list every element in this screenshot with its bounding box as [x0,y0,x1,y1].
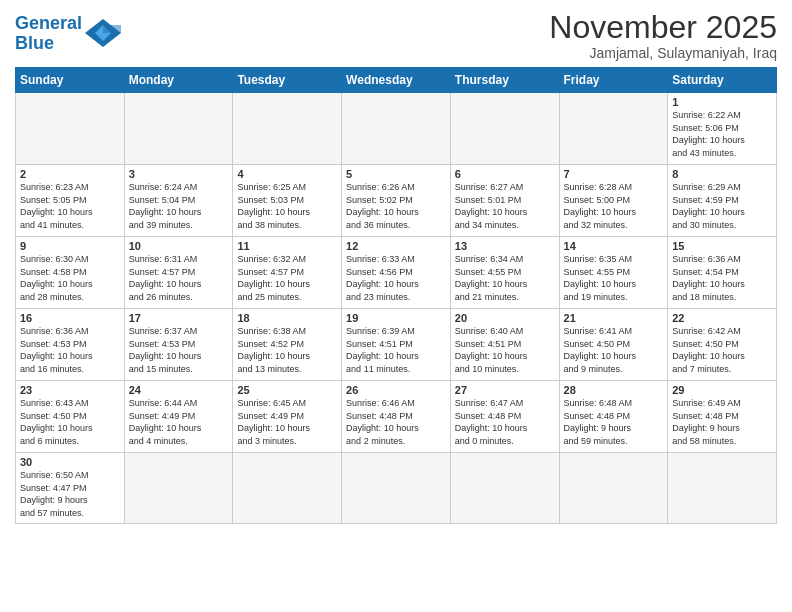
calendar-cell: 5Sunrise: 6:26 AM Sunset: 5:02 PM Daylig… [342,165,451,237]
calendar-cell: 1Sunrise: 6:22 AM Sunset: 5:06 PM Daylig… [668,93,777,165]
day-info: Sunrise: 6:31 AM Sunset: 4:57 PM Dayligh… [129,253,229,303]
calendar-week-6: 30Sunrise: 6:50 AM Sunset: 4:47 PM Dayli… [16,453,777,523]
day-number: 26 [346,384,446,396]
calendar-header-sunday: Sunday [16,68,125,93]
calendar-cell: 23Sunrise: 6:43 AM Sunset: 4:50 PM Dayli… [16,381,125,453]
calendar-week-2: 2Sunrise: 6:23 AM Sunset: 5:05 PM Daylig… [16,165,777,237]
day-number: 19 [346,312,446,324]
calendar-header-friday: Friday [559,68,668,93]
calendar-cell: 13Sunrise: 6:34 AM Sunset: 4:55 PM Dayli… [450,237,559,309]
calendar-cell [450,93,559,165]
calendar-cell [124,93,233,165]
calendar-cell: 26Sunrise: 6:46 AM Sunset: 4:48 PM Dayli… [342,381,451,453]
calendar-cell [342,453,451,523]
day-info: Sunrise: 6:47 AM Sunset: 4:48 PM Dayligh… [455,397,555,447]
calendar-cell: 6Sunrise: 6:27 AM Sunset: 5:01 PM Daylig… [450,165,559,237]
calendar-cell: 4Sunrise: 6:25 AM Sunset: 5:03 PM Daylig… [233,165,342,237]
day-number: 29 [672,384,772,396]
calendar-cell: 22Sunrise: 6:42 AM Sunset: 4:50 PM Dayli… [668,309,777,381]
calendar-header-thursday: Thursday [450,68,559,93]
day-info: Sunrise: 6:40 AM Sunset: 4:51 PM Dayligh… [455,325,555,375]
calendar-header-wednesday: Wednesday [342,68,451,93]
day-number: 15 [672,240,772,252]
day-number: 14 [564,240,664,252]
calendar-week-5: 23Sunrise: 6:43 AM Sunset: 4:50 PM Dayli… [16,381,777,453]
calendar-cell: 29Sunrise: 6:49 AM Sunset: 4:48 PM Dayli… [668,381,777,453]
day-number: 27 [455,384,555,396]
logo-blue: Blue [15,33,54,53]
day-info: Sunrise: 6:23 AM Sunset: 5:05 PM Dayligh… [20,181,120,231]
day-info: Sunrise: 6:27 AM Sunset: 5:01 PM Dayligh… [455,181,555,231]
day-number: 30 [20,456,120,468]
day-number: 4 [237,168,337,180]
calendar-cell [342,93,451,165]
day-info: Sunrise: 6:24 AM Sunset: 5:04 PM Dayligh… [129,181,229,231]
calendar-cell: 21Sunrise: 6:41 AM Sunset: 4:50 PM Dayli… [559,309,668,381]
day-info: Sunrise: 6:50 AM Sunset: 4:47 PM Dayligh… [20,469,120,519]
day-number: 25 [237,384,337,396]
day-info: Sunrise: 6:45 AM Sunset: 4:49 PM Dayligh… [237,397,337,447]
day-info: Sunrise: 6:36 AM Sunset: 4:53 PM Dayligh… [20,325,120,375]
calendar-cell: 12Sunrise: 6:33 AM Sunset: 4:56 PM Dayli… [342,237,451,309]
calendar-cell: 24Sunrise: 6:44 AM Sunset: 4:49 PM Dayli… [124,381,233,453]
calendar-cell: 30Sunrise: 6:50 AM Sunset: 4:47 PM Dayli… [16,453,125,523]
day-number: 21 [564,312,664,324]
calendar-cell [668,453,777,523]
day-number: 3 [129,168,229,180]
day-number: 17 [129,312,229,324]
day-info: Sunrise: 6:33 AM Sunset: 4:56 PM Dayligh… [346,253,446,303]
calendar-cell: 15Sunrise: 6:36 AM Sunset: 4:54 PM Dayli… [668,237,777,309]
day-info: Sunrise: 6:36 AM Sunset: 4:54 PM Dayligh… [672,253,772,303]
day-number: 9 [20,240,120,252]
day-number: 5 [346,168,446,180]
calendar-week-3: 9Sunrise: 6:30 AM Sunset: 4:58 PM Daylig… [16,237,777,309]
day-info: Sunrise: 6:25 AM Sunset: 5:03 PM Dayligh… [237,181,337,231]
calendar-cell: 27Sunrise: 6:47 AM Sunset: 4:48 PM Dayli… [450,381,559,453]
month-title: November 2025 [549,10,777,45]
day-number: 6 [455,168,555,180]
calendar-cell: 2Sunrise: 6:23 AM Sunset: 5:05 PM Daylig… [16,165,125,237]
calendar-cell [233,453,342,523]
calendar-cell: 10Sunrise: 6:31 AM Sunset: 4:57 PM Dayli… [124,237,233,309]
day-number: 12 [346,240,446,252]
day-number: 2 [20,168,120,180]
calendar-cell [233,93,342,165]
header: General Blue November 2025 Jamjamal, Sul… [15,10,777,61]
calendar: SundayMondayTuesdayWednesdayThursdayFrid… [15,67,777,523]
calendar-cell [559,93,668,165]
day-number: 16 [20,312,120,324]
calendar-header-row: SundayMondayTuesdayWednesdayThursdayFrid… [16,68,777,93]
calendar-cell: 8Sunrise: 6:29 AM Sunset: 4:59 PM Daylig… [668,165,777,237]
calendar-cell: 17Sunrise: 6:37 AM Sunset: 4:53 PM Dayli… [124,309,233,381]
calendar-cell: 14Sunrise: 6:35 AM Sunset: 4:55 PM Dayli… [559,237,668,309]
calendar-cell [16,93,125,165]
day-info: Sunrise: 6:37 AM Sunset: 4:53 PM Dayligh… [129,325,229,375]
day-number: 22 [672,312,772,324]
day-info: Sunrise: 6:30 AM Sunset: 4:58 PM Dayligh… [20,253,120,303]
calendar-cell: 18Sunrise: 6:38 AM Sunset: 4:52 PM Dayli… [233,309,342,381]
location: Jamjamal, Sulaymaniyah, Iraq [549,45,777,61]
day-number: 20 [455,312,555,324]
calendar-cell: 28Sunrise: 6:48 AM Sunset: 4:48 PM Dayli… [559,381,668,453]
title-block: November 2025 Jamjamal, Sulaymaniyah, Ir… [549,10,777,61]
day-info: Sunrise: 6:39 AM Sunset: 4:51 PM Dayligh… [346,325,446,375]
day-info: Sunrise: 6:29 AM Sunset: 4:59 PM Dayligh… [672,181,772,231]
day-number: 7 [564,168,664,180]
day-info: Sunrise: 6:34 AM Sunset: 4:55 PM Dayligh… [455,253,555,303]
calendar-header-tuesday: Tuesday [233,68,342,93]
day-number: 24 [129,384,229,396]
calendar-cell: 7Sunrise: 6:28 AM Sunset: 5:00 PM Daylig… [559,165,668,237]
calendar-week-4: 16Sunrise: 6:36 AM Sunset: 4:53 PM Dayli… [16,309,777,381]
logo-text: General Blue [15,14,82,54]
day-number: 10 [129,240,229,252]
day-info: Sunrise: 6:35 AM Sunset: 4:55 PM Dayligh… [564,253,664,303]
day-number: 8 [672,168,772,180]
calendar-cell: 20Sunrise: 6:40 AM Sunset: 4:51 PM Dayli… [450,309,559,381]
day-info: Sunrise: 6:32 AM Sunset: 4:57 PM Dayligh… [237,253,337,303]
calendar-cell: 19Sunrise: 6:39 AM Sunset: 4:51 PM Dayli… [342,309,451,381]
calendar-cell [559,453,668,523]
calendar-cell [124,453,233,523]
calendar-cell: 3Sunrise: 6:24 AM Sunset: 5:04 PM Daylig… [124,165,233,237]
day-info: Sunrise: 6:28 AM Sunset: 5:00 PM Dayligh… [564,181,664,231]
logo-icon [85,19,121,47]
